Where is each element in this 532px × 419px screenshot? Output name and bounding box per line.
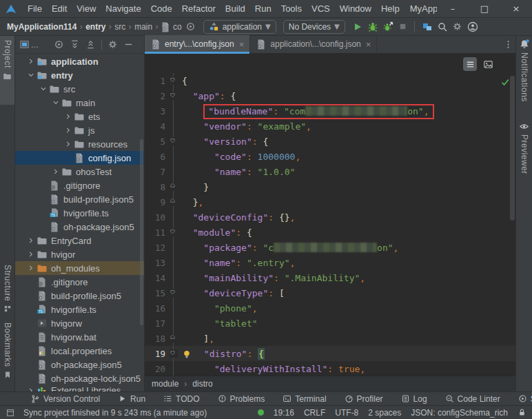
stop-button[interactable] [396,19,411,34]
tree-item-hvigorfile-ts[interactable]: TShvigorfile.ts [15,303,144,316]
chevron-right-icon[interactable] [62,111,74,122]
toolwindow-previewer-button[interactable]: Previewer [519,121,529,174]
line-ending-indicator[interactable]: CRLF [304,408,325,418]
chevron-right-icon[interactable] [50,166,61,177]
tree-item-hvigor[interactable]: hvigor [15,247,144,261]
preview-view-button[interactable] [481,57,495,71]
menu-file[interactable]: File [23,0,47,17]
debug-button[interactable] [365,19,380,34]
toolwindow-profiler[interactable]: Profiler [345,394,383,404]
settings-button[interactable] [450,19,465,34]
menu-view[interactable]: View [72,0,101,17]
toolwindow-todo[interactable]: TODO [163,394,199,404]
fold-marker-icon[interactable] [165,179,182,194]
lock-icon[interactable] [518,408,526,417]
device-select[interactable]: No Devices ▼ [283,20,345,34]
tree-item-oh-modules[interactable]: oh_modules [15,261,144,275]
tree-item-resources[interactable]: resources [15,137,144,151]
chevron-right-icon[interactable] [25,56,37,67]
chevron-right-icon[interactable] [25,249,37,260]
nav-crumb-myapplication114[interactable]: MyApplication114 [6,22,78,32]
tree-scrollbar[interactable] [140,139,143,325]
tree-item-main[interactable]: main [15,96,144,110]
fold-marker-icon[interactable] [165,225,182,240]
project-view-selector[interactable]: ... [19,39,39,50]
layout-icon[interactable] [6,408,15,418]
toolwindow-problems[interactable]: Problems [218,394,265,404]
tree-item-hvigorfile-ts[interactable]: TShvigorfile.ts [15,206,144,220]
toolwindow-notifications-button[interactable]: Notifications [519,39,530,102]
menu-vcs[interactable]: VCS [307,0,335,17]
tree-item-hvigorw-bat[interactable]: hvigorw.bat [15,330,144,344]
breadcrumb-distro[interactable]: distro [192,379,212,389]
inspections-ok-icon[interactable] [500,77,510,87]
chevron-right-icon[interactable] [25,385,37,391]
nav-crumb-file[interactable]: co [160,21,182,32]
close-button[interactable]: × [500,0,532,17]
chevron-down-icon[interactable] [25,70,37,81]
tree-item-oh-package-json5[interactable]: oh-package.json5 [15,220,144,234]
fold-marker-icon[interactable] [165,73,182,88]
intention-bulb-icon[interactable] [182,349,198,359]
menu-window[interactable]: Window [335,0,376,17]
minimize-button[interactable]: – [437,0,469,17]
tree-item--gitignore[interactable]: .gitignore [15,178,144,192]
tree-item-external-libraries[interactable]: External Libraries [15,385,144,391]
search-everywhere-button[interactable] [435,19,450,34]
tree-item-entry[interactable]: entry [15,68,144,82]
locate-file-button[interactable] [54,39,64,50]
nav-crumb-entry[interactable]: entry [84,22,107,32]
fold-marker-icon[interactable] [165,88,182,103]
indent-indicator[interactable]: 2 spaces [368,408,401,418]
tree-item-hvigorw[interactable]: hvigorw [15,316,144,330]
toolwindow-terminal[interactable]: Terminal [283,394,326,404]
chevron-right-icon[interactable] [62,139,74,150]
fold-marker-icon[interactable] [165,346,182,361]
menu-navigate[interactable]: Navigate [101,0,145,17]
menu-build[interactable]: Build [221,0,250,17]
hide-panel-button[interactable] [123,39,134,50]
nav-crumb-main[interactable]: main [133,22,154,32]
menu-tools[interactable]: Tools [276,0,307,17]
toolwindow-run[interactable]: Run [118,394,145,404]
tab-options-kebab-icon[interactable] [500,39,515,50]
device-manager-button[interactable] [420,19,435,34]
chevron-right-icon[interactable] [25,235,37,246]
tree-item-build-profile-json5[interactable]: build-profile.json5 [15,192,144,206]
tree-item-config-json[interactable]: config.json [15,151,144,165]
encoding-indicator[interactable]: UTF-8 [335,408,358,418]
fold-marker-icon[interactable] [165,331,182,346]
fold-marker-icon[interactable] [165,134,182,149]
editor-scrollbar[interactable] [510,76,515,221]
menu-refactor[interactable]: Refactor [177,0,221,17]
menu-edit[interactable]: Edit [47,0,72,17]
chevron-down-icon[interactable] [50,97,61,108]
nav-crumb-src[interactable]: src [113,22,127,32]
menu-code[interactable]: Code [146,0,177,17]
tree-item-ets[interactable]: ets [15,110,144,123]
tree-item--gitignore[interactable]: .gitignore [15,275,144,289]
run-button[interactable] [350,19,365,34]
collapse-all-button[interactable] [85,39,96,50]
chevron-right-icon[interactable] [62,125,74,136]
tree-item-oh-package-lock-json5[interactable]: oh-package-lock.json5 [15,371,144,385]
tree-item-src[interactable]: src [15,82,144,96]
close-icon[interactable]: × [239,39,245,50]
toolwindow-bookmarks-button[interactable]: Bookmarks [0,318,14,383]
toolwindow-log[interactable]: Log [401,394,427,404]
panel-settings-button[interactable] [108,39,118,50]
breadcrumb-module[interactable]: module [152,379,178,389]
file-type-indicator[interactable]: JSON: configSchema_rich [411,408,508,418]
profile-button[interactable] [465,19,480,34]
fold-marker-icon[interactable] [165,194,182,210]
tree-item-build-profile-json5[interactable]: build-profile.json5 [15,289,144,303]
expand-all-button[interactable] [70,39,80,50]
tree-item-application[interactable]: application [15,54,144,68]
toolwindow-version-control[interactable]: Version Control [30,394,100,404]
attach-debugger-button[interactable] [380,19,396,34]
fold-marker-icon[interactable] [165,285,182,300]
tree-item-local-properties[interactable]: local.properties [15,344,144,358]
tree-item-oh-package-json5[interactable]: oh-package.json5 [15,358,144,371]
menu-help[interactable]: Help [376,0,405,17]
chevron-down-icon[interactable] [37,83,49,94]
